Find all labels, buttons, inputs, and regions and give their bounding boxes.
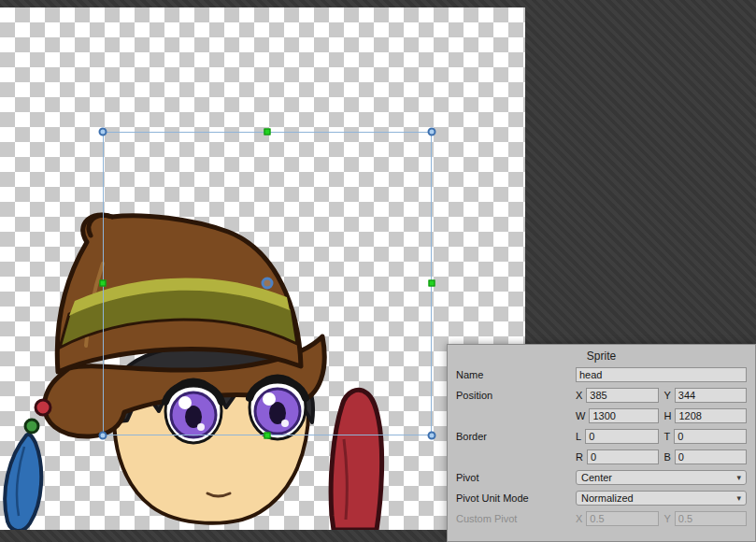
pivot-unit-mode-row: Pivot Unit Mode Normalized ▾ [448,491,755,506]
custom-pivot-label: Custom Pivot [448,513,576,524]
border-t-input[interactable] [674,429,747,444]
pivot-unit-mode-label: Pivot Unit Mode [448,492,576,504]
pivot-dropdown-value: Center [581,472,612,483]
position-label: Position [448,390,576,401]
border-row-lt: Border L T [448,429,755,444]
selection-handle-bottom-left[interactable] [99,432,107,440]
position-y-prefix: Y [664,390,671,401]
selection-handle-left-middle[interactable] [100,280,107,287]
pivot-dropdown[interactable]: Center ▾ [576,470,747,485]
custom-pivot-row: Custom Pivot X Y [448,511,755,526]
custom-pivot-x-input [586,511,658,526]
panel-title: Sprite [448,345,755,367]
dropdown-arrow-icon: ▾ [736,494,741,503]
position-x-prefix: X [576,390,582,401]
sprite-name-input[interactable] [576,367,747,382]
border-l-prefix: L [576,431,581,442]
position-w-prefix: W [576,410,585,421]
border-b-input[interactable] [675,449,747,464]
custom-pivot-x-prefix: X [576,513,582,524]
selection-handle-top-right[interactable] [428,128,436,136]
position-y-input[interactable] [675,388,747,403]
sprite-editor-window: Sprite Name Position X Y [0,0,756,542]
custom-pivot-y-input [675,511,747,526]
position-row-wh: W H [448,408,755,423]
border-r-prefix: R [576,451,583,463]
pivot-unit-mode-dropdown[interactable]: Normalized ▾ [576,491,747,506]
position-x-input[interactable] [586,388,658,403]
pivot-label: Pivot [448,472,576,483]
sprite-inspector-panel: Sprite Name Position X Y [447,344,756,542]
pivot-unit-mode-value: Normalized [581,492,634,504]
position-w-input[interactable] [589,408,658,423]
border-l-input[interactable] [585,429,658,444]
dropdown-arrow-icon: ▾ [736,474,741,482]
border-label: Border [448,431,576,442]
pivot-row: Pivot Center ▾ [448,470,755,485]
selection-handle-top-middle[interactable] [264,129,271,136]
border-r-input[interactable] [587,449,659,464]
name-label: Name [448,369,576,380]
selection-handle-bottom-right[interactable] [428,432,436,440]
selection-handle-bottom-middle[interactable] [264,433,271,439]
position-h-input[interactable] [675,408,747,423]
position-row-xy: Position X Y [448,388,755,403]
selection-handle-right-middle[interactable] [429,280,435,287]
custom-pivot-y-prefix: Y [664,513,671,524]
border-row-rb: R B [448,449,755,464]
pivot-handle[interactable] [262,278,274,290]
selection-handle-top-left[interactable] [99,128,107,136]
feather-ornament [5,435,41,530]
name-row: Name [448,367,755,382]
border-b-prefix: B [664,451,671,463]
border-t-prefix: T [664,431,671,442]
position-h-prefix: H [664,410,672,421]
